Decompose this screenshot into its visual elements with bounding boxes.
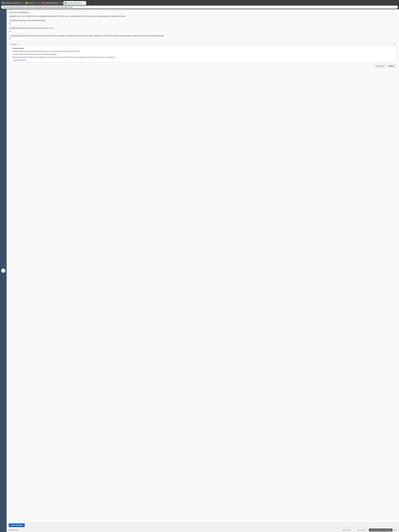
tab-favicon-myhome: M — [25, 2, 27, 4]
question-text-b: Determine the book value at the end of t… — [11, 27, 54, 29]
tab-favicon-cengage: C — [42, 2, 43, 4]
nav-row: ❮ Previous Next ❯ — [9, 64, 396, 68]
question-letter-a: a. — [9, 19, 11, 21]
feedback-item-3: Revising depreciation is necessary when … — [11, 56, 394, 58]
new-tab-button[interactable]: + — [86, 1, 90, 5]
browser-actions: ☆ ⋮ — [392, 6, 397, 8]
right-panel: Revision of Depreciation Equipment with … — [6, 9, 399, 532]
status-right: Email Instructor Save and Exit Submit As… — [340, 529, 397, 532]
feedback-collapse-icon[interactable]: ▼ — [393, 44, 395, 45]
bottom-toolbar: Check My Work — [6, 522, 399, 528]
main-wrapper: ‹ Revision of Depreciation Equipment wit… — [0, 9, 399, 532]
left-sidebar: ‹ — [0, 9, 6, 532]
address-url: m/ilrn/takeAssignment/takeAssignmentMain… — [2, 6, 391, 8]
saved-text: All work saved. — [9, 529, 19, 531]
feedback-header-label: Feedback — [11, 44, 17, 45]
question-text-a: Determine the amount of the annual depre… — [11, 19, 46, 21]
star-icon[interactable]: ☆ — [392, 6, 394, 8]
tab-label-dynamic: Dynamic Exhibit | Comparing — [67, 2, 83, 4]
question-label-b: b. Determine the book value at the end o… — [9, 27, 396, 29]
feedback-item-2: The book value is the fixed asset cost l… — [11, 53, 394, 55]
feedback-section-label: Check My Work — [11, 48, 394, 49]
question-label-a: a. Determine the amount of the annual de… — [9, 19, 396, 21]
tab-close-dynamic[interactable]: × — [84, 2, 85, 4]
tab-label-myhome: My Home — [28, 2, 34, 4]
browser-chrome: A Accounting | Syllabus Spring 2 × M My … — [0, 0, 399, 9]
tab-cengage[interactable]: C CengageNOWv2 | Online teach × — [40, 1, 63, 5]
answer-input-b[interactable] — [11, 30, 25, 33]
address-bar: m/ilrn/takeAssignment/takeAssignmentMain… — [1, 6, 398, 9]
tab-close-myhome[interactable]: × — [38, 2, 39, 4]
status-bar: All work saved. Email Instructor Save an… — [6, 528, 399, 532]
question-letter-b: b. — [9, 27, 11, 29]
feedback-item-1: Straight-line depreciation allocates the… — [11, 50, 394, 52]
question-section-b: b. Determine the book value at the end o… — [9, 27, 396, 33]
next-label: Next — [389, 65, 393, 67]
more-icon[interactable]: ⋮ — [395, 6, 397, 8]
next-button[interactable]: Next ❯ — [387, 64, 396, 68]
question-text-c: Assuming that at the start of the eleven… — [11, 35, 165, 37]
chevron-left-icon: ❮ — [376, 65, 377, 67]
question-letter-c: c. — [9, 35, 10, 37]
save-exit-button[interactable]: Save and Exit — [355, 529, 367, 532]
tab-accounting[interactable]: A Accounting | Syllabus Spring 2 × — [1, 1, 24, 5]
answer-input-c[interactable] — [11, 37, 25, 41]
content-area: Revision of Depreciation Equipment with … — [6, 9, 399, 522]
answer-input-a[interactable] — [11, 22, 25, 25]
submit-button[interactable]: Submit Assignment for Grading — [369, 529, 393, 532]
previous-button[interactable]: ❮ Previous — [374, 64, 386, 68]
tab-favicon-accounting: A — [2, 2, 4, 4]
question-section-a: a. Determine the amount of the annual de… — [9, 19, 396, 25]
learning-objective-link[interactable]: Learning Objective 2. — [11, 59, 394, 61]
question-section-c: c. Assuming that at the start of the ele… — [9, 35, 396, 41]
chevron-right-icon: ❯ — [393, 65, 394, 67]
tab-close-cengage[interactable]: × — [61, 2, 62, 4]
tab-label-cengage: CengageNOWv2 | Online teach — [44, 2, 60, 4]
tab-label-accounting: Accounting | Syllabus Spring 2 — [5, 2, 21, 4]
check-my-work-button[interactable]: Check My Work — [9, 523, 25, 527]
feedback-header: Feedback ▼ — [9, 43, 396, 46]
problem-description: Equipment with a cost of $180,000 has an… — [9, 15, 396, 17]
input-row-b: $ — [9, 30, 396, 33]
dollar-sign-c: $ — [9, 38, 10, 40]
tab-bar: A Accounting | Syllabus Spring 2 × M My … — [1, 1, 398, 5]
dollar-sign-a: $ — [9, 23, 10, 25]
dollar-sign-b: $ — [9, 30, 10, 32]
previous-label: Previous — [378, 65, 384, 67]
tab-close-accounting[interactable]: × — [22, 2, 23, 4]
tab-myhome[interactable]: M My Home × — [24, 1, 40, 5]
sidebar-back-arrow[interactable]: ‹ — [1, 268, 5, 273]
time-display: 8:53 — [394, 529, 397, 531]
tab-dynamic[interactable]: D Dynamic Exhibit | Comparing × — [63, 1, 86, 5]
email-instructor-button[interactable]: Email Instructor — [340, 529, 353, 532]
input-row-c: $ — [9, 37, 396, 41]
feedback-box: Feedback ▼ Check My Work Straight-line d… — [9, 43, 396, 62]
input-row-a: $ — [9, 22, 396, 25]
question-label-c: c. Assuming that at the start of the ele… — [9, 35, 396, 37]
tab-favicon-dynamic: D — [65, 2, 66, 4]
page-title: Revision of Depreciation — [9, 11, 396, 13]
feedback-content: Check My Work Straight-line depreciation… — [9, 46, 396, 62]
